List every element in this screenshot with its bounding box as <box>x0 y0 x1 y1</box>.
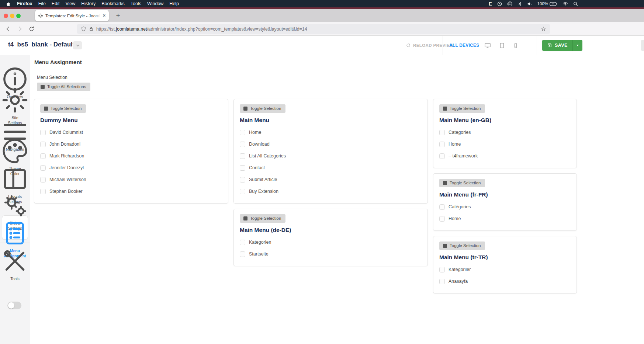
menu-item-checkbox[interactable] <box>439 267 445 272</box>
save-button[interactable]: SAVE <box>542 40 572 51</box>
clock-icon[interactable] <box>497 1 502 7</box>
layout-icon <box>0 164 30 194</box>
sidebar-item-tools[interactable]: Tools <box>0 246 30 281</box>
menu-item-checkbox[interactable] <box>439 279 445 284</box>
window-zoom-button[interactable] <box>16 14 21 18</box>
shield-icon[interactable] <box>81 26 86 32</box>
phone-icon[interactable] <box>513 42 519 49</box>
menu-item-checkbox[interactable] <box>240 165 245 171</box>
menu-item-checkbox[interactable] <box>40 130 46 135</box>
menu-item-label: Buy Extension <box>249 189 278 194</box>
apple-logo-icon[interactable] <box>6 1 11 7</box>
battery-percent: 100% <box>537 1 548 6</box>
menu-item-firefox[interactable]: Firefox <box>17 1 32 6</box>
window-minimize-button[interactable] <box>10 14 14 18</box>
menu-item-label: Submit Article <box>249 177 277 182</box>
menubar-status-area: E 100% <box>489 1 644 7</box>
toggle-all-selections-button[interactable]: Toggle All Selections <box>37 83 90 91</box>
menu-item-help[interactable]: Help <box>169 1 179 6</box>
reload-preview-button[interactable]: RELOAD PREVIEW <box>406 36 454 55</box>
refresh-icon <box>406 43 411 48</box>
menu-item-label: Categories <box>449 130 471 135</box>
toggle-selection-button[interactable]: Toggle Selection <box>439 242 485 250</box>
menu-item-row: Home <box>439 141 571 147</box>
menubar-left: FirefoxFileEditViewHistoryBookmarksTools… <box>0 1 179 7</box>
mute-icon[interactable] <box>527 1 533 7</box>
menu-item-checkbox[interactable] <box>240 142 245 147</box>
card-menu-title: Main Menu (tr-TR) <box>439 254 571 261</box>
toggle-selection-button[interactable]: Toggle Selection <box>240 104 285 113</box>
header-divider <box>537 36 537 55</box>
tablet-icon[interactable] <box>499 42 505 49</box>
toggle-selection-button[interactable]: Toggle Selection <box>439 104 485 113</box>
monitor-icon[interactable] <box>484 42 491 49</box>
menu-item-label: Michael Writerson <box>49 177 86 182</box>
sidebar-toggle-switch[interactable] <box>7 302 21 309</box>
menu-selection-label: Menu Selection <box>37 75 67 80</box>
toggle-square-icon <box>443 244 447 248</box>
status-app-badge[interactable]: E <box>489 1 492 7</box>
menu-item-row: John Donadoni <box>40 141 222 147</box>
tab-close-icon[interactable]: ✕ <box>103 13 106 18</box>
menu-card-main-menu-en-gb-: Toggle SelectionMain Menu (en-GB)Categor… <box>433 99 577 168</box>
menu-item-checkbox[interactable] <box>40 165 46 171</box>
menu-item-edit[interactable]: Edit <box>52 1 60 6</box>
toggle-selection-button[interactable]: Toggle Selection <box>40 104 86 113</box>
toggle-selection-button[interactable]: Toggle Selection <box>439 179 485 187</box>
toggle-selection-button[interactable]: Toggle Selection <box>240 214 285 223</box>
browser-tabbar: Templates: Edit Style - JoomlaTe ✕ + <box>0 9 644 22</box>
menu-item-bookmarks[interactable]: Bookmarks <box>101 1 125 6</box>
template-title-dropdown[interactable] <box>73 41 82 49</box>
menu-card-main-menu-de-de-: Toggle SelectionMain Menu (de-DE)Kategor… <box>233 209 428 266</box>
menu-item-view[interactable]: View <box>65 1 75 6</box>
menu-item-row: Submit Article <box>240 177 422 183</box>
toggle-square-icon <box>443 107 447 111</box>
menu-item-checkbox[interactable] <box>240 177 245 183</box>
menu-item-checkbox[interactable] <box>439 204 445 210</box>
tab-title: Templates: Edit Style - JoomlaTe <box>45 14 100 18</box>
menu-item-history[interactable]: History <box>81 1 96 6</box>
menu-item-checkbox[interactable] <box>40 153 46 159</box>
menu-item-checkbox[interactable] <box>439 142 445 147</box>
battery-status[interactable]: 100% <box>537 1 558 6</box>
search-icon[interactable] <box>573 1 578 7</box>
url-bar[interactable]: https://tst.joomlatema.net/administrator… <box>77 24 550 34</box>
menu-item-checkbox[interactable] <box>240 189 245 194</box>
airplay-icon[interactable] <box>507 1 513 7</box>
macos-menubar: FirefoxFileEditViewHistoryBookmarksTools… <box>0 0 644 7</box>
menu-item-tools[interactable]: Tools <box>131 1 141 6</box>
menu-item-checkbox[interactable] <box>40 177 46 183</box>
menu-item-row: List All Categories <box>240 153 422 159</box>
menu-item-checkbox[interactable] <box>240 240 245 245</box>
menu-item-row: Contact <box>240 165 422 171</box>
window-close-button[interactable] <box>4 14 8 18</box>
menu-item-checkbox[interactable] <box>240 130 245 135</box>
menu-item-window[interactable]: Window <box>147 1 163 6</box>
bookmark-star-icon[interactable] <box>541 26 546 32</box>
all-devices-button[interactable]: ALL DEVICES <box>449 36 479 55</box>
browser-tab[interactable]: Templates: Edit Style - JoomlaTe ✕ <box>35 10 109 21</box>
menu-card-main-menu: Toggle SelectionMain MenuHomeDownloadLis… <box>233 99 428 204</box>
bluetooth-icon[interactable] <box>517 1 522 6</box>
menu-item-label: David Columnist <box>49 130 83 135</box>
menu-item-checkbox[interactable] <box>240 251 245 257</box>
menu-item-file[interactable]: File <box>38 1 46 6</box>
reload-button[interactable] <box>28 26 35 32</box>
lock-icon[interactable] <box>89 27 94 31</box>
menu-card-dummy-menu: Toggle SelectionDummy MenuDavid Columnis… <box>34 99 228 204</box>
save-dropdown-button[interactable] <box>572 40 582 51</box>
forward-button[interactable] <box>17 25 24 32</box>
menu-item-label: Stephan Booker <box>49 189 83 194</box>
new-tab-button[interactable]: + <box>113 10 123 21</box>
save-close-button-sliver[interactable] <box>641 40 644 51</box>
back-button[interactable] <box>4 25 11 32</box>
menu-item-checkbox[interactable] <box>240 153 245 159</box>
menu-item-checkbox[interactable] <box>439 216 445 222</box>
menu-item-checkbox[interactable] <box>439 153 445 159</box>
menu-item-label: Catégories <box>449 204 471 209</box>
menu-item-row: Stephan Booker <box>40 188 222 194</box>
menu-item-checkbox[interactable] <box>439 130 445 135</box>
wifi-icon[interactable] <box>562 1 568 7</box>
menu-item-checkbox[interactable] <box>40 142 46 147</box>
menu-item-checkbox[interactable] <box>40 189 46 194</box>
